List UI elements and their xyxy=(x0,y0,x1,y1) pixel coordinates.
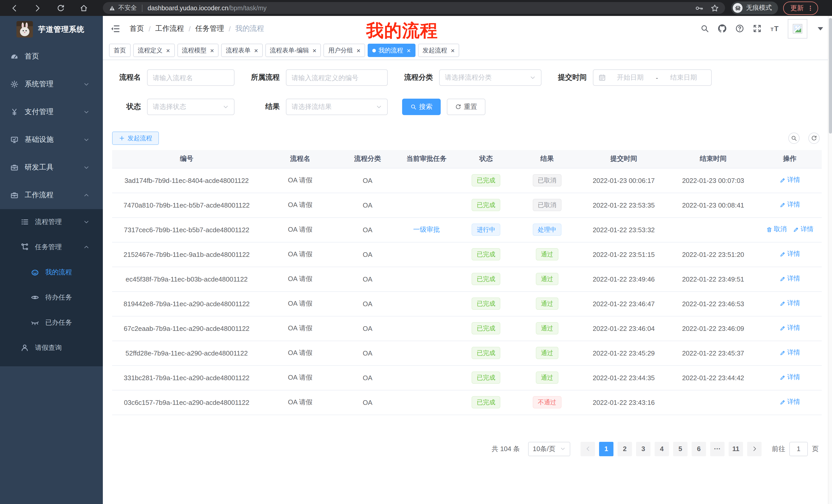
tab-process-form-edit[interactable]: 流程表单-编辑× xyxy=(265,44,321,57)
breadcrumb-item[interactable]: 工作流程 xyxy=(155,24,184,33)
page-6[interactable]: 6 xyxy=(692,442,706,456)
detail-link[interactable]: 详情 xyxy=(780,275,800,283)
close-icon[interactable]: × xyxy=(451,47,454,54)
close-icon[interactable]: × xyxy=(407,47,411,54)
key-icon[interactable] xyxy=(695,4,703,12)
tab-home[interactable]: 首页 xyxy=(109,44,131,57)
detail-link[interactable]: 详情 xyxy=(780,348,800,357)
help-icon[interactable] xyxy=(735,24,744,33)
parent-process-input[interactable] xyxy=(286,69,388,86)
detail-link[interactable]: 详情 xyxy=(780,299,800,308)
sidebar-item-task-mgmt[interactable]: 任务管理 xyxy=(0,234,103,259)
user-menu-caret-icon[interactable] xyxy=(816,24,825,33)
page-3[interactable]: 3 xyxy=(636,442,650,456)
fullscreen-icon[interactable] xyxy=(753,24,761,33)
close-icon[interactable]: × xyxy=(166,47,170,54)
detail-link[interactable]: 详情 xyxy=(780,176,800,185)
page-···[interactable]: ··· xyxy=(710,442,725,456)
next-page-button[interactable] xyxy=(747,442,761,456)
sidebar-collapse-icon[interactable] xyxy=(110,23,120,34)
cell-id: 3ad174fb-7b9d-11ec-8404-acde48001122 xyxy=(112,168,261,193)
sidebar-item-done-tasks[interactable]: 已办任务 xyxy=(0,310,103,335)
sidebar-item-workflow[interactable]: 工作流程 xyxy=(0,181,103,209)
cell-result: 通过 xyxy=(515,341,579,365)
page-4[interactable]: 4 xyxy=(655,442,669,456)
prev-page-button[interactable] xyxy=(580,442,595,456)
search-button[interactable]: 搜索 xyxy=(402,99,441,115)
bookmark-star-icon[interactable] xyxy=(711,4,719,12)
reset-button[interactable]: 重置 xyxy=(447,99,486,115)
sidebar-item-payment[interactable]: 支付管理 xyxy=(0,98,103,126)
chevron-down-icon xyxy=(530,75,536,81)
column-header: 编号 xyxy=(112,150,261,168)
sidebar-item-system[interactable]: 系统管理 xyxy=(0,71,103,98)
refresh-table-button[interactable] xyxy=(808,133,820,144)
tab-process-definition[interactable]: 流程定义× xyxy=(133,44,175,57)
detail-link[interactable]: 详情 xyxy=(780,324,800,333)
filter-result: 结果 请选择流结果 xyxy=(251,99,388,115)
status-badge: 已完成 xyxy=(471,273,500,285)
cell-status: 已完成 xyxy=(457,291,515,316)
github-icon[interactable] xyxy=(718,24,727,33)
sidebar-item-my-process[interactable]: 我的流程 xyxy=(0,259,103,285)
toggle-search-button[interactable] xyxy=(788,133,800,144)
category-select[interactable]: 请选择流程分类 xyxy=(439,69,542,86)
browser-forward-button[interactable] xyxy=(30,1,45,15)
tab-start-process[interactable]: 发起流程× xyxy=(418,44,459,57)
result-select[interactable]: 请选择流结果 xyxy=(286,99,388,115)
process-name-input[interactable] xyxy=(147,69,234,86)
breadcrumb-item[interactable]: 首页 xyxy=(130,24,144,33)
browser-home-button[interactable] xyxy=(77,1,91,15)
tab-my-process[interactable]: 我的流程× xyxy=(368,44,415,57)
detail-link[interactable]: 详情 xyxy=(780,398,800,407)
scrollbar-thumb[interactable] xyxy=(829,18,832,134)
sidebar-item-leave-query[interactable]: 请假查询 xyxy=(0,335,103,360)
tab-user-group[interactable]: 用户分组× xyxy=(324,44,365,57)
detail-link[interactable]: 详情 xyxy=(780,201,800,209)
font-size-icon[interactable]: TT xyxy=(770,24,779,33)
sidebar-item-home[interactable]: 首页 xyxy=(0,43,103,71)
detail-link[interactable]: 详情 xyxy=(780,373,800,382)
avatar[interactable] xyxy=(788,19,807,38)
parent-process-label: 所属流程 xyxy=(251,73,280,82)
browser-back-button[interactable] xyxy=(7,1,22,15)
page-2[interactable]: 2 xyxy=(618,442,632,456)
sidebar-item-label: 系统管理 xyxy=(25,80,53,89)
close-icon[interactable]: × xyxy=(357,47,361,54)
sidebar-item-process-mgmt[interactable]: 流程管理 xyxy=(0,209,103,234)
tab-process-model[interactable]: 流程模型× xyxy=(177,44,218,57)
create-process-button[interactable]: 发起流程 xyxy=(112,132,159,145)
status-select[interactable]: 请选择状态 xyxy=(147,99,234,115)
reload-icon xyxy=(57,4,65,12)
url-domain: dashboard.yudao.iocoder.cn xyxy=(148,4,228,11)
close-icon[interactable]: × xyxy=(254,47,258,54)
browser-update-button[interactable]: 更新 xyxy=(783,1,818,15)
detail-link[interactable]: 详情 xyxy=(793,225,813,234)
kebab-menu-icon[interactable] xyxy=(807,5,813,11)
svg-text:T: T xyxy=(771,27,774,32)
detail-link[interactable]: 详情 xyxy=(780,250,800,259)
table-row: 7317cec6-7b9b-11ec-b5b7-acde48001122OA 请… xyxy=(112,217,822,242)
sidebar-item-todo-tasks[interactable]: 待办任务 xyxy=(0,285,103,310)
search-icon[interactable] xyxy=(700,24,709,33)
close-icon[interactable]: × xyxy=(313,47,316,54)
current-task-link[interactable]: 一级审批 xyxy=(413,225,440,234)
sidebar-item-infra[interactable]: 基础设施 xyxy=(0,126,103,153)
cancel-link[interactable]: 取消 xyxy=(766,225,787,234)
page-1[interactable]: 1 xyxy=(599,442,614,456)
page-5[interactable]: 5 xyxy=(673,442,687,456)
browser-reload-button[interactable] xyxy=(53,1,68,15)
page-size-select[interactable]: 10条/页 xyxy=(528,442,570,456)
address-bar[interactable]: 不安全 dashboard.yudao.iocoder.cn/bpm/task/… xyxy=(103,2,725,14)
tab-process-form[interactable]: 流程表单× xyxy=(221,44,262,57)
sidebar-item-label: 流程管理 xyxy=(35,217,62,226)
goto-page-input[interactable] xyxy=(789,442,808,456)
close-icon[interactable]: × xyxy=(210,47,214,54)
page-scrollbar[interactable] xyxy=(828,16,832,504)
submit-time-range-picker[interactable]: 开始日期 - 结束日期 xyxy=(593,69,712,86)
cell-category: OA xyxy=(339,341,396,365)
sidebar-item-devtools[interactable]: 研发工具 xyxy=(0,153,103,181)
breadcrumb-item[interactable]: 任务管理 xyxy=(196,24,224,33)
page-11[interactable]: 11 xyxy=(729,442,743,456)
security-chip[interactable]: 不安全 xyxy=(109,4,137,12)
